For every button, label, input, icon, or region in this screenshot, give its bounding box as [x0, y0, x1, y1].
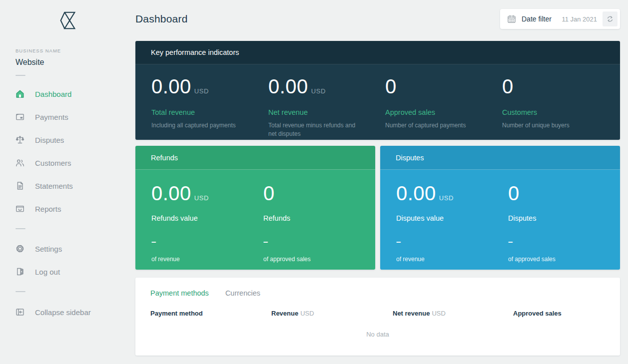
column-approved-sales: Approved sales: [513, 310, 620, 317]
sidebar-nav: Dashboard Payments: [0, 82, 135, 220]
kpi-metric-net-revenue: 0.00USD Net revenue Total revenue minus …: [268, 75, 385, 140]
sidebar-item-logout[interactable]: Log out: [0, 260, 135, 283]
document-icon: [15, 181, 25, 191]
disputes-value-metric: 0.00USD Disputes value – of revenue: [396, 182, 508, 270]
metric-value: 0: [263, 182, 375, 210]
sidebar-item-label: Statements: [35, 182, 73, 190]
sidebar-item-label: Log out: [35, 268, 60, 276]
date-filter-value: 11 Jan 2021: [562, 15, 597, 23]
gear-icon: [15, 244, 25, 254]
metric-unit: USD: [194, 194, 209, 202]
kpi-metric-approved-sales: 0 Approved sales Number of captured paym…: [385, 75, 502, 140]
kpi-panel-body: 0.00USD Total revenue Including all capt…: [135, 64, 620, 140]
metric-value: 0.00USD: [268, 75, 385, 103]
metric-value: 0: [502, 75, 619, 103]
main-content: Dashboard Date filter 11 Jan 2021: [135, 0, 628, 364]
date-filter-label: Date filter: [522, 15, 552, 23]
sidebar-item-payments[interactable]: Payments: [0, 105, 135, 128]
home-icon: [15, 89, 25, 99]
sidebar-item-reports[interactable]: Reports: [0, 197, 135, 220]
refunds-panel-title: Refunds: [135, 146, 375, 170]
sidebar-item-label: Customers: [35, 159, 71, 167]
metric-unit: USD: [194, 87, 209, 95]
metric-ratio: –: [396, 238, 508, 246]
metric-label: Total revenue: [151, 108, 268, 116]
kpi-panel-title: Key performance indicators: [135, 41, 620, 64]
disputes-count-metric: 0 Disputes – of approved sales: [508, 182, 620, 270]
metric-ratio-label: of revenue: [151, 256, 263, 263]
checkout-logo-icon: [58, 9, 77, 32]
sidebar-divider: [15, 228, 25, 229]
page-title: Dashboard: [135, 13, 188, 25]
sidebar-item-label: Payments: [35, 113, 68, 121]
disputes-panel-body: 0.00USD Disputes value – of revenue 0 Di…: [380, 170, 620, 270]
metric-label: Disputes: [508, 214, 620, 222]
refresh-button[interactable]: [603, 11, 618, 26]
app-root: BUSINESS NAME Website Dashboard: [0, 0, 628, 364]
sidebar-item-disputes[interactable]: Disputes: [0, 128, 135, 151]
metric-value: 0.00USD: [151, 75, 268, 103]
column-unit: USD: [432, 310, 445, 317]
metric-description: Total revenue minus refunds and net disp…: [268, 121, 385, 139]
collapse-sidebar-label: Collapse sidebar: [35, 308, 91, 317]
metric-value: 0.00USD: [151, 182, 263, 210]
people-icon: [15, 158, 25, 168]
metric-description: Number of captured payments: [385, 121, 502, 130]
metric-value: 0.00USD: [396, 182, 508, 210]
tab-currencies[interactable]: Currencies: [225, 289, 260, 297]
sidebar-divider: [15, 75, 25, 76]
sidebar-collapse-nav: Collapse sidebar: [0, 301, 135, 324]
refunds-value-metric: 0.00USD Refunds value – of revenue: [151, 182, 263, 270]
metric-label: Customers: [502, 108, 619, 116]
sidebar-secondary-nav: Settings Log out: [0, 237, 135, 283]
metric-unit: USD: [311, 87, 326, 95]
panels-row: Refunds 0.00USD Refunds value – of reven…: [135, 146, 620, 270]
column-net-revenue: Net revenueUSD: [393, 310, 513, 317]
business-name: Website: [15, 58, 135, 67]
kpi-metric-customers: 0 Customers Number of unique buyers: [502, 75, 619, 140]
column-payment-method: Payment method: [150, 310, 271, 317]
metric-label: Net revenue: [268, 108, 385, 116]
door-icon: [15, 267, 25, 277]
metric-ratio-label: of revenue: [396, 256, 508, 263]
breakdown-tabs: Payment methods Currencies: [135, 278, 620, 297]
wallet-icon: [15, 112, 25, 122]
refresh-icon: [606, 14, 615, 23]
sidebar-item-settings[interactable]: Settings: [0, 237, 135, 260]
metric-ratio: –: [263, 238, 375, 246]
metric-value: 0: [385, 75, 502, 103]
sidebar-item-customers[interactable]: Customers: [0, 151, 135, 174]
inbox-icon: [15, 204, 25, 214]
page-header: Dashboard Date filter 11 Jan 2021: [135, 9, 620, 29]
sidebar-item-statements[interactable]: Statements: [0, 174, 135, 197]
disputes-panel-title: Disputes: [380, 146, 620, 170]
sidebar-item-label: Disputes: [35, 136, 64, 144]
sidebar-item-label: Settings: [35, 245, 62, 253]
column-revenue: RevenueUSD: [271, 310, 393, 317]
kpi-metric-total-revenue: 0.00USD Total revenue Including all capt…: [151, 75, 268, 140]
empty-state-text: No data: [135, 331, 620, 338]
sidebar: BUSINESS NAME Website Dashboard: [0, 0, 135, 364]
refunds-count-metric: 0 Refunds – of approved sales: [263, 182, 375, 270]
metric-label: Refunds: [263, 214, 375, 222]
metric-description: Including all captured payments: [151, 121, 268, 130]
business-block: BUSINESS NAME Website: [15, 48, 135, 67]
refunds-panel: Refunds 0.00USD Refunds value – of reven…: [135, 146, 375, 270]
refunds-panel-body: 0.00USD Refunds value – of revenue 0 Ref…: [135, 170, 375, 270]
metric-value: 0: [508, 182, 620, 210]
metric-ratio: –: [151, 238, 263, 246]
metric-label: Approved sales: [385, 108, 502, 116]
sidebar-divider: [15, 291, 25, 292]
tab-payment-methods[interactable]: Payment methods: [150, 289, 209, 297]
sidebar-item-dashboard[interactable]: Dashboard: [0, 82, 135, 105]
disputes-panel: Disputes 0.00USD Disputes value – of rev…: [380, 146, 620, 270]
metric-label: Refunds value: [151, 214, 263, 222]
date-filter[interactable]: Date filter 11 Jan 2021: [500, 9, 620, 29]
logo[interactable]: [0, 9, 135, 32]
column-unit: USD: [300, 310, 314, 317]
collapse-sidebar-button[interactable]: Collapse sidebar: [0, 301, 135, 324]
sidebar-item-label: Dashboard: [35, 90, 71, 98]
metric-ratio: –: [508, 238, 620, 246]
scales-icon: [15, 135, 25, 145]
breakdown-card: Payment methods Currencies Payment metho…: [135, 278, 620, 356]
